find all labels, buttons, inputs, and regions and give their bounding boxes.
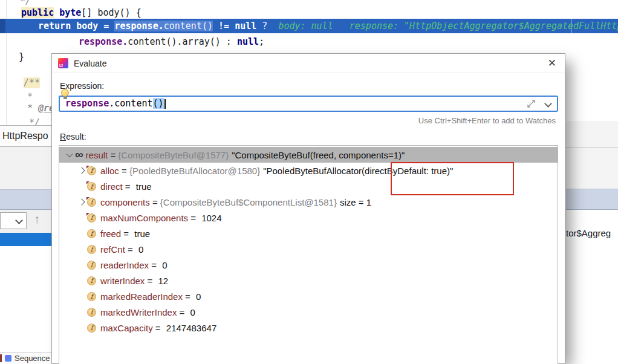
variable-value: 0 [196,291,201,302]
variable-name: freed [100,229,121,239]
dialog-titlebar[interactable]: IJ Evaluate ✕ [52,54,565,73]
tree-row[interactable]: f freed = true [59,226,558,241]
tree-row[interactable]: ∞ result = {CompositeByteBuf@1577} "Comp… [59,147,558,163]
sequence-tab-icon [5,355,11,362]
left-toolbar-band [0,189,51,210]
tab-sequence[interactable]: Sequence [0,353,58,364]
code-line-brace: } [19,51,24,63]
variable-type: {CompositeByteBuf$ComponentList@1581} [160,197,337,207]
result-icon: ∞ [75,151,83,159]
twisty-icon[interactable] [64,152,75,157]
expand-icon[interactable] [527,100,535,108]
field-icon: f [87,292,96,301]
text-caret [164,99,166,109]
equals-sign: = [149,260,159,270]
expression-text: response.content() [65,98,164,109]
close-icon[interactable]: ✕ [548,57,556,70]
variable-name: result [86,150,108,160]
field-icon: f [87,182,96,191]
variable-name: maxCapacity [100,323,153,333]
variable-type: {CompositeByteBuf@1577} [118,150,229,160]
equals-sign: = [183,291,193,302]
chevron-down-icon [15,216,23,224]
field-icon: f [87,213,96,223]
variable-name: components [100,197,150,207]
tree-row[interactable]: f maxNumComponents = 1024 [59,210,558,226]
variable-value: 0 [190,307,195,317]
evaluate-dialog: IJ Evaluate ✕ Expression: response.conte… [51,53,565,364]
variable-value: 0 [138,244,143,255]
field-icon: f [87,308,96,317]
frames-dropdown[interactable] [0,212,27,229]
variable-name: maxNumComponents [100,213,188,223]
variable-name: markedReaderIndex [100,291,183,302]
variable-value: 0 [162,260,167,270]
field-icon: f [87,245,96,254]
dialog-title: Evaluate [74,59,106,68]
field-icon: f [87,166,96,175]
code-line-return: return body = response.content() != null… [38,20,618,32]
variable-value: size = 1 [340,197,371,207]
intention-bulb-icon[interactable] [61,89,69,97]
equals-sign: = [108,150,118,160]
screen: */ public byte[] body() { return body = … [0,0,618,364]
gutter-highlight [0,19,5,33]
tree-row[interactable]: f markedWriterIndex = 0 [59,304,558,320]
equals-sign: = [125,244,135,255]
equals-sign: = [153,323,163,333]
expression-input[interactable]: response.content() [59,96,558,112]
equals-sign: = [188,213,198,223]
equals-sign: = [121,229,131,239]
variable-value: true [136,181,152,192]
selected-code-line[interactable]: return body = response.content() != null… [0,19,618,33]
field-icon: f [87,229,96,238]
twisty-icon[interactable] [76,168,87,173]
field-icon: f [87,198,96,207]
code-line-ternary: response.content().array() : null; [79,36,264,48]
field-icon: f [87,261,96,270]
variable-name: markedWriterIndex [100,307,177,317]
equals-sign: = [123,181,133,192]
variable-value: 1024 [201,213,221,223]
tree-row[interactable]: f refCnt = 0 [59,241,558,257]
variable-value: "CompositeByteBuf(freed, components=1)" [232,150,405,160]
field-icon: f [87,276,96,285]
equals-sign: = [145,276,155,286]
class-name-field[interactable]: HttpRespo [0,125,51,147]
variable-type: {PooledByteBufAllocator@1580} [129,166,260,176]
tree-row[interactable]: f readerIndex = 0 [59,257,558,273]
code-line-method-signature: public byte[] body() { [21,7,141,19]
result-label: Result: [60,132,86,141]
chevron-down-icon[interactable] [544,100,552,108]
javadoc-line-3: * @re [27,102,54,114]
variable-name: readerIndex [100,260,149,270]
left-panel [0,147,51,189]
watches-hint: Use Ctrl+Shift+Enter to add to Watches [418,116,556,125]
variable-name: writerIndex [100,276,145,286]
variable-name: refCnt [100,244,125,255]
right-panel [566,121,618,189]
equals-sign: = [150,197,160,207]
field-icon: f [87,323,96,333]
equals-sign: = [119,166,129,176]
intellij-logo-icon: IJ [58,58,68,68]
twisty-icon[interactable] [76,200,87,204]
variables-tree-fragment: tor$Aggreg [566,228,611,238]
variable-name: direct [100,181,123,192]
right-toolbar-band [566,189,618,210]
variable-value: true [134,229,150,239]
selected-frame-row[interactable] [0,233,51,246]
sequence-tab-label: Sequence [15,354,50,363]
tree-row[interactable]: f markedReaderIndex = 0 [59,288,558,304]
tree-row[interactable]: f writerIndex = 12 [59,273,558,288]
javadoc-line-1: /** [24,77,40,89]
javadoc-line-2: * [27,91,33,103]
up-arrow-button[interactable]: ↑ [34,212,40,226]
tree-row[interactable]: f maxCapacity = 2147483647 [59,320,558,336]
equals-sign: = [177,307,187,317]
variable-value: 2147483647 [166,323,216,333]
variable-name: alloc [100,166,119,176]
tree-row[interactable]: f components = {CompositeByteBuf$Compone… [59,194,558,210]
icon-fragment [0,354,2,362]
annotation-rectangle [391,162,514,195]
